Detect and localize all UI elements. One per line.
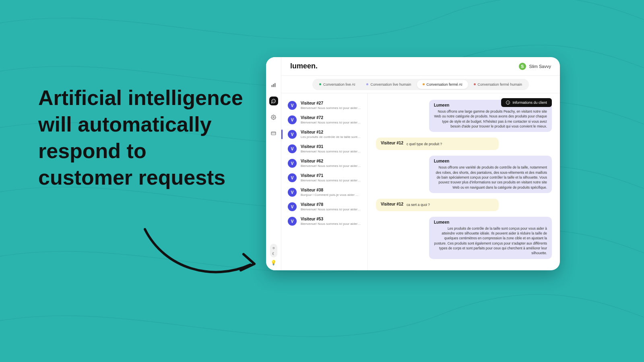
visitor-avatar: V <box>288 202 297 211</box>
filter-tabs: Conversation live AIConversation live hu… <box>312 79 529 90</box>
svg-point-4 <box>274 101 274 101</box>
conversation-item[interactable]: VVisiteur #72Bienvenue! Nous sommes ici … <box>281 113 367 127</box>
conversation-preview: Bienvenue! Nous sommes ici pour aider … <box>301 121 361 124</box>
client-info-button[interactable]: i Informations du client <box>501 98 552 107</box>
status-dot <box>474 83 476 85</box>
visitor-avatar: V <box>288 130 297 139</box>
conversation-preview: Bienvenue! Nous sommes ici pour aider … <box>301 164 361 168</box>
status-dot <box>423 83 425 85</box>
analytics-icon[interactable] <box>269 80 278 89</box>
conversation-title: Visiteur #62 <box>301 159 361 163</box>
chat-icon[interactable] <box>269 97 278 105</box>
visitor-avatar: V <box>288 217 297 226</box>
conversation-item[interactable]: VVisiteur #12Les produits de contrôle de… <box>281 127 367 142</box>
visitor-avatar: V <box>288 101 297 110</box>
client-info-label: Informations du client <box>512 101 547 105</box>
filter-tabs-row: Conversation live AIConversation live hu… <box>281 76 560 93</box>
svg-point-5 <box>275 101 275 101</box>
conversation-title: Visiteur #53 <box>301 217 361 221</box>
conversation-title: Visiteur #72 <box>301 115 361 120</box>
message-sender: Visiteur #12 <box>381 202 403 206</box>
user-message: Visiteur #12ca sert a quoi ? <box>376 199 499 211</box>
visitor-avatar: V <box>288 188 297 197</box>
status-dot <box>366 83 368 85</box>
app-window: ☼ ☾ 💡 lumeen. S Slim Savvy Conversation … <box>266 57 560 270</box>
conversation-item[interactable]: VVisiteur #62Bienvenue! Nous sommes ici … <box>281 156 367 171</box>
user-name: Slim Savvy <box>529 64 551 69</box>
theme-toggle[interactable]: ☼ ☾ <box>270 244 277 257</box>
message-body: Nous offrons une large gamme de produits… <box>434 109 547 129</box>
conversation-list[interactable]: VVisiteur #27Bienvenue! Nous sommes ici … <box>281 93 368 270</box>
tab-label: Conversation live AI <box>323 82 355 86</box>
tab-label: Conversation live humain <box>370 82 411 86</box>
user-message: Visiteur #12c quel type de produit ? <box>376 138 499 150</box>
message-body: Les produits de contrôle de la taille so… <box>434 226 547 256</box>
visitor-avatar: V <box>288 115 297 124</box>
moon-icon: ☾ <box>272 252 275 256</box>
svg-point-6 <box>273 116 274 117</box>
bot-message: LumeenNous offrons une variété de produi… <box>429 156 552 193</box>
bot-message: LumeenLes produits de contrôle de la tai… <box>429 217 552 259</box>
svg-point-3 <box>272 101 273 101</box>
topbar: lumeen. S Slim Savvy <box>281 57 560 76</box>
tab-0[interactable]: Conversation live AI <box>314 80 361 89</box>
headline-text: Artificial intelligence will automatical… <box>38 84 244 191</box>
conversation-preview: Bienvenue! Nous sommes ici pour aider … <box>301 106 361 110</box>
conversation-preview: Bienvenue! Nous sommes ici pour aider … <box>301 179 361 182</box>
card-icon[interactable] <box>269 129 278 138</box>
message-body: c quel type de produit ? <box>407 142 442 146</box>
conversation-title: Visiteur #71 <box>301 173 361 178</box>
conversation-item[interactable]: VVisiteur #31Bienvenue! Nous sommes ici … <box>281 142 367 156</box>
conversation-item[interactable]: VVisiteur #53Bienvenue! Nous sommes ici … <box>281 214 367 228</box>
conversation-preview: Bienvenue! Nous sommes ici pour aider … <box>301 208 361 211</box>
user-avatar: S <box>519 63 526 70</box>
message-sender: Lumeen <box>434 220 547 224</box>
message-sender: Lumeen <box>434 159 547 163</box>
visitor-avatar: V <box>288 144 297 153</box>
arrow-illustration <box>141 221 262 290</box>
message-body: Nous offrons une variété de produits de … <box>434 165 547 190</box>
message-body: ca sert a quoi ? <box>407 202 430 207</box>
message-sender: Visiteur #12 <box>381 141 403 145</box>
conversation-title: Visiteur #12 <box>301 130 361 134</box>
conversation-item[interactable]: VVisiteur #71Bienvenue! Nous sommes ici … <box>281 171 367 185</box>
conversation-title: Visiteur #78 <box>301 202 361 207</box>
tab-label: Conversation fermé AI <box>427 82 462 86</box>
svg-rect-1 <box>273 84 274 87</box>
user-menu[interactable]: S Slim Savvy <box>519 63 551 70</box>
visitor-avatar: V <box>288 173 297 182</box>
tab-3[interactable]: Conversation fermé humain <box>468 80 528 89</box>
status-dot <box>319 83 321 85</box>
sun-icon: ☼ <box>272 246 275 250</box>
chat-panel: i Informations du client LumeenNous offr… <box>368 93 560 270</box>
tab-1[interactable]: Conversation live humain <box>361 80 417 89</box>
side-rail: ☼ ☾ 💡 <box>266 57 281 270</box>
gear-icon[interactable] <box>269 113 278 121</box>
conversation-preview: Bienvenue! Nous sommes ici pour aider … <box>301 150 361 153</box>
svg-rect-2 <box>275 83 275 87</box>
conversation-item[interactable]: VVisiteur #27Bienvenue! Nous sommes ici … <box>281 98 367 113</box>
conversation-preview: Les produits de contrôle de la taille so… <box>301 135 361 139</box>
svg-rect-0 <box>272 85 272 87</box>
tab-2[interactable]: Conversation fermé AI <box>417 80 468 89</box>
visitor-avatar: V <box>288 159 297 168</box>
info-icon: i <box>506 101 510 105</box>
tab-label: Conversation fermé humain <box>478 82 522 86</box>
conversation-title: Visiteur #27 <box>301 101 361 105</box>
conversation-preview: Bonjour ! Comment puis-je vous aider … <box>301 193 361 197</box>
conversation-preview: Bienvenue! Nous sommes ici pour aider … <box>301 222 361 226</box>
conversation-item[interactable]: VVisiteur #78Bienvenue! Nous sommes ici … <box>281 200 367 214</box>
main-panel: lumeen. S Slim Savvy Conversation live A… <box>281 57 560 270</box>
conversation-title: Visiteur #31 <box>301 144 361 149</box>
conversation-item[interactable]: VVisiteur #38Bonjour ! Comment puis-je v… <box>281 185 367 200</box>
lightbulb-icon[interactable]: 💡 <box>270 260 277 265</box>
conversation-title: Visiteur #38 <box>301 188 361 192</box>
svg-rect-7 <box>271 132 276 135</box>
brand-logo: lumeen. <box>290 62 318 70</box>
